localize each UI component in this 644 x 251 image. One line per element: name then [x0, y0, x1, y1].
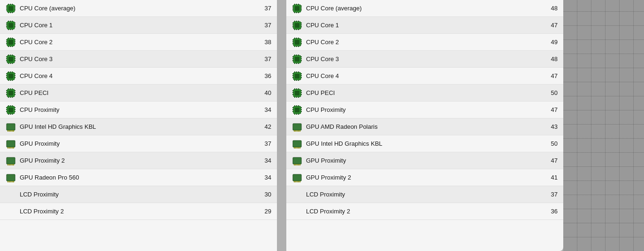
- svg-rect-262: [293, 174, 301, 181]
- svg-rect-55: [8, 57, 13, 62]
- svg-rect-133: [13, 181, 14, 182]
- table-row: LCD Proximity37: [286, 186, 563, 203]
- svg-rect-112: [9, 147, 10, 149]
- sensor-value: 37: [257, 140, 271, 147]
- svg-rect-132: [12, 181, 13, 182]
- cpu-chip-icon: [292, 20, 302, 31]
- table-row: GPU Proximity47: [286, 152, 563, 169]
- sensor-name: LCD Proximity: [306, 191, 544, 198]
- sensor-value: 47: [544, 72, 558, 79]
- sensor-value: 41: [544, 174, 558, 181]
- svg-rect-103: [9, 130, 10, 132]
- sensor-name: GPU Proximity 2: [20, 157, 257, 164]
- sensor-value: 50: [544, 140, 558, 147]
- svg-rect-256: [297, 164, 298, 165]
- svg-rect-27: [8, 23, 13, 28]
- svg-rect-267: [299, 181, 300, 182]
- table-row: CPU Proximity34: [0, 102, 277, 118]
- cpu-chip-icon: [292, 105, 302, 115]
- sensor-name: LCD Proximity 2: [20, 208, 257, 215]
- cpu-chip-icon: [6, 105, 16, 115]
- cpu-chip-icon: [292, 37, 302, 47]
- table-row: GPU Radeon Pro 56034: [0, 169, 277, 186]
- svg-rect-128: [7, 174, 15, 181]
- gpu-chip-icon: [6, 173, 16, 183]
- table-row: GPU AMD Radeon Polaris43: [286, 118, 563, 135]
- cpu-chip-icon: [292, 71, 302, 81]
- svg-rect-189: [295, 57, 299, 62]
- no-icon: [6, 189, 16, 200]
- svg-rect-236: [294, 130, 295, 132]
- table-row: CPU Core 447: [286, 68, 563, 85]
- svg-rect-104: [10, 130, 11, 132]
- svg-rect-264: [295, 181, 296, 182]
- table-row: GPU Intel HD Graphics KBL42: [0, 118, 277, 135]
- svg-rect-238: [297, 130, 298, 132]
- svg-rect-111: [8, 147, 8, 149]
- svg-rect-113: [10, 147, 11, 149]
- sensor-value: 34: [257, 157, 271, 164]
- table-row: GPU Proximity 234: [0, 152, 277, 169]
- svg-rect-217: [295, 91, 299, 95]
- svg-rect-248: [298, 147, 299, 149]
- svg-rect-129: [8, 181, 8, 182]
- gpu-chip-icon: [6, 139, 16, 149]
- table-row: CPU PECI50: [286, 85, 563, 102]
- sensor-value: 34: [257, 174, 271, 181]
- svg-rect-41: [8, 40, 13, 45]
- cpu-chip-icon: [6, 88, 16, 98]
- table-row: CPU Core 348: [286, 51, 563, 68]
- cpu-chip-icon: [292, 88, 302, 98]
- svg-rect-175: [295, 40, 299, 45]
- svg-rect-69: [8, 74, 13, 78]
- sensor-name: GPU Intel HD Graphics KBL: [20, 123, 257, 130]
- sensor-value: 36: [544, 208, 558, 215]
- table-row: LCD Proximity 229: [0, 203, 277, 220]
- table-row: CPU PECI40: [0, 85, 277, 102]
- right-panel: CPU Core (average)48CPU Core 147CPU Core…: [286, 0, 563, 251]
- svg-rect-115: [13, 147, 14, 149]
- svg-rect-13: [8, 6, 13, 11]
- sensor-value: 37: [257, 22, 271, 29]
- svg-rect-255: [295, 164, 296, 165]
- svg-rect-102: [8, 130, 8, 132]
- sensor-value: 36: [257, 72, 271, 79]
- sensor-name: CPU Core 1: [306, 22, 544, 29]
- sensor-name: CPU Core 4: [306, 72, 544, 79]
- sensor-value: 42: [257, 123, 271, 130]
- cpu-chip-icon: [6, 71, 16, 81]
- cpu-chip-icon: [6, 3, 16, 14]
- sensor-name: CPU PECI: [20, 89, 257, 96]
- table-row: GPU Intel HD Graphics KBL50: [286, 135, 563, 152]
- background-area: [563, 0, 644, 251]
- svg-rect-161: [295, 23, 299, 28]
- sensor-name: CPU PECI: [306, 89, 544, 96]
- cpu-chip-icon: [6, 20, 16, 31]
- gpu-chip-icon: [292, 139, 302, 149]
- sensor-value: 47: [544, 106, 558, 113]
- sensor-name: CPU Core 2: [20, 39, 257, 46]
- table-row: GPU Proximity 241: [286, 169, 563, 186]
- svg-rect-119: [7, 157, 15, 164]
- sensor-value: 47: [544, 157, 558, 164]
- table-row: CPU Proximity47: [286, 102, 563, 118]
- table-row: LCD Proximity30: [0, 186, 277, 203]
- sensor-value: 29: [257, 208, 271, 215]
- sensor-value: 43: [544, 123, 558, 130]
- sensor-value: 48: [544, 55, 558, 63]
- sensor-name: CPU Core 2: [306, 39, 544, 46]
- svg-rect-246: [295, 147, 296, 149]
- svg-rect-240: [299, 130, 300, 132]
- sensor-name: GPU AMD Radeon Polaris: [306, 123, 544, 130]
- sensor-name: LCD Proximity: [20, 191, 257, 198]
- table-row: GPU Proximity37: [0, 135, 277, 152]
- gpu-chip-icon: [292, 122, 302, 132]
- sensor-name: CPU Core (average): [306, 5, 544, 12]
- svg-rect-265: [297, 181, 298, 182]
- table-row: CPU Core 147: [286, 17, 563, 34]
- no-icon: [292, 189, 302, 200]
- sensor-name: LCD Proximity 2: [306, 208, 544, 215]
- svg-rect-122: [10, 164, 11, 165]
- svg-rect-124: [13, 164, 14, 165]
- sensor-value: 49: [544, 39, 558, 46]
